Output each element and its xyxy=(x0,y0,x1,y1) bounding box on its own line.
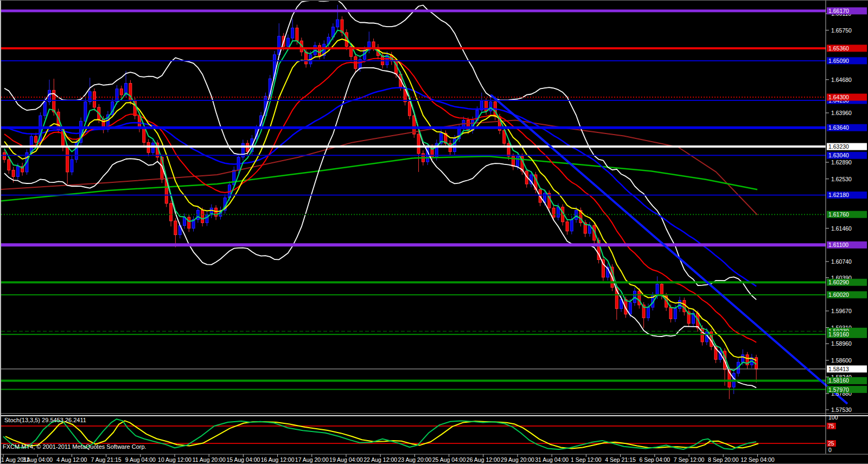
candle-body xyxy=(66,147,69,172)
price-label-1.65360: 1.65360 xyxy=(827,45,867,52)
candle-body xyxy=(629,303,631,314)
chart-background xyxy=(0,0,868,464)
time-tick-label: 7 Sep 12:00 xyxy=(674,456,705,463)
candle-body xyxy=(116,89,118,102)
price-tick-label: 1.62530 xyxy=(831,176,852,182)
stoch-axis-0: 0 xyxy=(828,447,832,453)
price-label-1.58413: 1.58413 xyxy=(827,365,867,372)
candle-body xyxy=(84,102,87,122)
stoch-level-label-text: 75 xyxy=(828,423,834,429)
price-label-text: 1.63230 xyxy=(828,143,849,150)
candle-body xyxy=(557,207,559,218)
candle-body xyxy=(742,355,744,363)
time-tick-label: 22 Aug 12:00 xyxy=(363,456,397,463)
candle-body xyxy=(660,284,663,296)
price-label-1.63040: 1.63040 xyxy=(827,152,867,159)
price-label-1.61760: 1.61760 xyxy=(827,211,867,218)
price-tick-label: 1.61460 xyxy=(831,225,852,232)
time-tick-label: 17 Aug 20:00 xyxy=(295,456,329,463)
price-tick-label: 1.62890 xyxy=(831,159,852,166)
candle-body xyxy=(8,160,10,170)
candle-body xyxy=(507,143,510,156)
stochastic-d-value: 26.2411 xyxy=(65,417,86,423)
copyright-label: FXCM MT4, © 2001-2011 MetaQuotes Softwar… xyxy=(3,443,146,450)
time-tick-label: 9 Aug 04:00 xyxy=(125,456,156,463)
time-tick-label: 12 Sep 04:00 xyxy=(741,456,775,463)
candle-body xyxy=(296,28,298,41)
candle-body xyxy=(669,307,672,319)
candle-body xyxy=(3,152,6,160)
mt4-chart-window: 1.661101.657501.646801.639601.628901.625… xyxy=(0,0,868,464)
candle-body xyxy=(291,28,294,38)
price-tick-label: 1.60740 xyxy=(831,258,852,265)
candle-body xyxy=(372,42,375,47)
stochastic-name: Stoch(13,3,5) xyxy=(4,417,40,423)
time-tick-label: 15 Aug 04:00 xyxy=(226,456,260,463)
price-label-text: 1.62180 xyxy=(828,192,849,198)
stoch-level-label-text: 25 xyxy=(828,440,834,447)
time-tick-label: 11 Aug 20:00 xyxy=(193,456,226,463)
candle-body xyxy=(647,307,649,318)
candle-body xyxy=(683,300,686,312)
price-label-1.58160: 1.58160 xyxy=(827,377,867,384)
chart-canvas[interactable]: 1.661101.657501.646801.639601.628901.625… xyxy=(0,0,868,464)
stoch-axis-75: 75 xyxy=(827,423,836,429)
price-label-text: 1.61760 xyxy=(828,211,849,218)
price-label-text: 1.60290 xyxy=(828,279,849,285)
time-tick-label: 3 Aug 04:00 xyxy=(22,456,53,463)
candle-body xyxy=(566,222,569,231)
time-tick-label: 4 Aug 12:00 xyxy=(56,456,87,463)
price-label-1.60020: 1.60020 xyxy=(827,291,867,298)
time-tick-label: 7 Aug 21:15 xyxy=(91,456,122,463)
price-tick-label: 1.57530 xyxy=(831,406,852,413)
price-tick-label: 1.59670 xyxy=(831,308,852,314)
candle-body xyxy=(570,220,573,231)
candle-body xyxy=(336,20,339,27)
price-label-text: 1.60020 xyxy=(828,291,849,298)
candle-body xyxy=(656,284,659,296)
candle-body xyxy=(417,134,420,154)
price-tick-label: 1.64680 xyxy=(831,77,852,83)
candle-body xyxy=(674,309,676,319)
time-tick-label: 29 Aug 20:00 xyxy=(501,456,534,463)
price-tick-label: 1.58960 xyxy=(831,340,852,347)
price-tick-label: 1.63960 xyxy=(831,110,852,116)
time-tick-label: 6 Sep 04:00 xyxy=(639,456,670,463)
stochastic-k-value: 29.5453 xyxy=(42,417,63,423)
candle-body xyxy=(286,38,289,46)
price-label-text: 1.61100 xyxy=(828,241,848,248)
price-label-1.59160: 1.59160 xyxy=(827,331,867,338)
stochastic-indicator-label: Stoch(13,3,5) 29.5453 26.2411 xyxy=(4,417,86,423)
price-label-1.66170: 1.66170 xyxy=(827,8,867,15)
price-label-1.60290: 1.60290 xyxy=(827,279,867,286)
time-tick-label: 1 Sep 12:00 xyxy=(571,456,602,463)
price-label-text: 1.57970 xyxy=(828,386,849,393)
candle-body xyxy=(201,211,204,223)
candle-body xyxy=(43,102,46,116)
time-tick-label: 25 Aug 04:00 xyxy=(432,456,466,463)
candle-body xyxy=(516,156,519,167)
candle-body xyxy=(188,217,190,228)
candle-body xyxy=(71,160,73,172)
candle-body xyxy=(318,46,321,56)
candle-body xyxy=(233,170,235,185)
candle-body xyxy=(30,136,33,152)
candle-body xyxy=(93,92,96,107)
price-label-1.65090: 1.65090 xyxy=(827,57,867,64)
time-tick-label: 16 Aug 12:00 xyxy=(261,456,295,463)
price-label-text: 1.66170 xyxy=(828,8,849,14)
candle-body xyxy=(454,139,456,152)
stoch-axis-25: 25 xyxy=(827,440,836,447)
price-label-text: 1.63040 xyxy=(828,152,849,158)
candle-body xyxy=(35,136,37,142)
price-label-1.61100: 1.61100 xyxy=(827,241,867,249)
candle-body xyxy=(120,89,123,95)
price-tick-label: 1.58600 xyxy=(831,357,852,364)
price-label-1.64300: 1.64300 xyxy=(827,94,867,101)
price-label-text: 1.59160 xyxy=(828,331,849,338)
stoch-axis-100: 100 xyxy=(828,414,838,421)
time-tick-label: 19 Aug 04:00 xyxy=(329,456,363,463)
price-label-1.63230: 1.63230 xyxy=(827,143,867,150)
candle-body xyxy=(143,129,145,143)
candle-body xyxy=(170,204,173,221)
